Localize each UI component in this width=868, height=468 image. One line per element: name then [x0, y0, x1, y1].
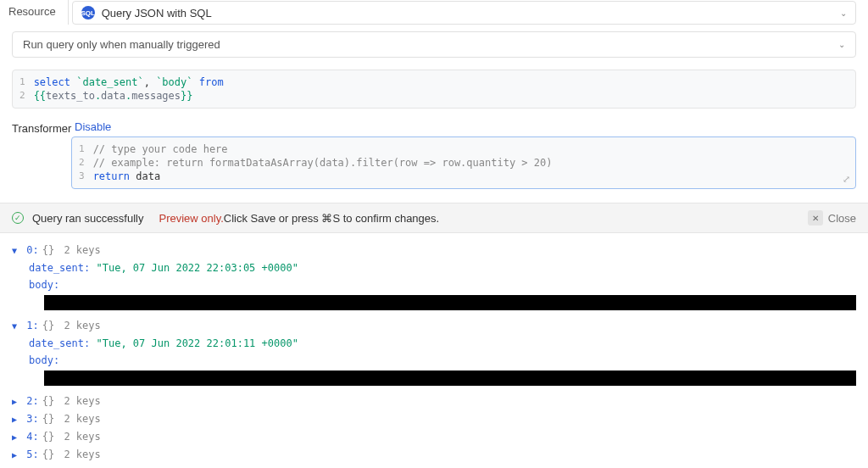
query-editor[interactable]: 12 select `date_sent`, `body` from{{text…	[12, 70, 856, 109]
resource-select[interactable]: SQL Query JSON with SQL ⌄	[72, 1, 856, 25]
resource-name: Query JSON with SQL	[102, 7, 212, 20]
trigger-label: Run query only when manually triggered	[23, 38, 220, 51]
chevron-down-icon: ⌄	[840, 8, 847, 18]
redacted-body	[44, 370, 856, 386]
close-icon: ✕	[808, 210, 823, 226]
result-row[interactable]: ▼ 1:{} 2 keys	[12, 317, 856, 335]
transformer-gutter: 123	[72, 137, 92, 188]
result-prop: date_sent: "Tue, 07 Jun 2022 22:01:11 +0…	[12, 335, 856, 352]
result-prop: body:	[12, 276, 856, 293]
caret-icon[interactable]: ▶	[12, 447, 20, 464]
close-label: Close	[828, 212, 856, 225]
query-gutter: 12	[13, 70, 32, 108]
result-prop: body:	[12, 352, 856, 369]
result-row[interactable]: ▶ 3:{} 2 keys	[12, 410, 856, 428]
transformer-label: Transformer	[12, 122, 71, 135]
results-tree[interactable]: ▼ 0:{} 2 keysdate_sent: "Tue, 07 Jun 202…	[0, 233, 868, 468]
caret-icon[interactable]: ▼	[12, 242, 20, 259]
result-row[interactable]: ▶ 5:{} 2 keys	[12, 446, 856, 464]
close-button[interactable]: ✕ Close	[808, 210, 856, 226]
disable-link[interactable]: Disable	[75, 120, 111, 133]
caret-icon[interactable]: ▶	[12, 393, 20, 410]
status-preview-text: Preview only.	[159, 212, 224, 225]
caret-icon[interactable]: ▼	[12, 318, 20, 335]
status-bar: ✓ Query ran successfully Preview only. C…	[0, 203, 868, 233]
check-icon: ✓	[12, 212, 24, 224]
result-row[interactable]: ▶ 4:{} 2 keys	[12, 428, 856, 446]
sql-icon: SQL	[81, 6, 95, 20]
expand-icon[interactable]: ⤢	[843, 174, 850, 185]
chevron-down-icon: ⌄	[838, 40, 845, 49]
result-prop: date_sent: "Tue, 07 Jun 2022 22:03:05 +0…	[12, 259, 856, 276]
trigger-select[interactable]: Run query only when manually triggered ⌄	[12, 31, 856, 58]
resource-section-label: Resource	[0, 0, 69, 25]
caret-icon[interactable]: ▶	[12, 429, 20, 446]
result-row[interactable]: ▶ 2:{} 2 keys	[12, 393, 856, 410]
transformer-editor[interactable]: 123 // type your code here// example: re…	[71, 136, 856, 189]
result-row[interactable]: ▼ 0:{} 2 keys	[12, 242, 856, 259]
transformer-body[interactable]: // type your code here// example: return…	[92, 137, 855, 188]
redacted-body	[44, 295, 856, 310]
status-confirm-text: Click Save or press ⌘S to confirm change…	[224, 212, 439, 225]
query-body[interactable]: select `date_sent`, `body` from{{texts_t…	[32, 70, 855, 108]
status-success-text: Query ran successfully	[32, 212, 144, 225]
caret-icon[interactable]: ▶	[12, 411, 20, 428]
